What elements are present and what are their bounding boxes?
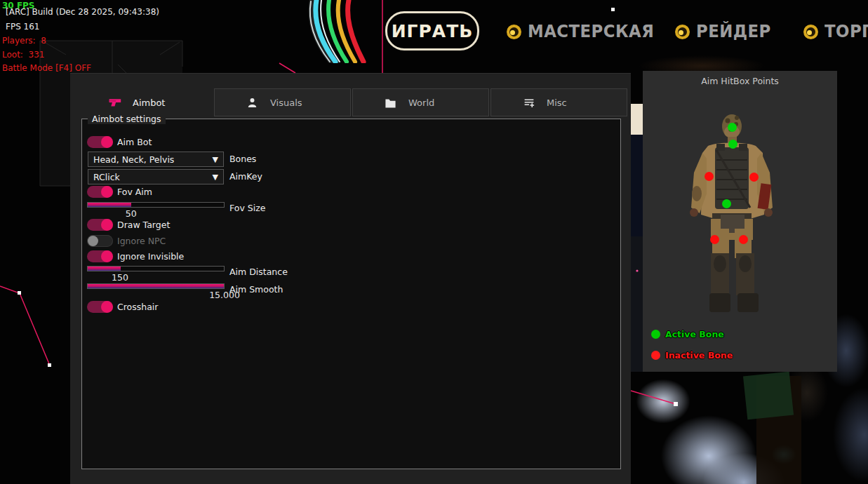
aim-distance-slider[interactable]: 150 (87, 266, 225, 271)
tab-label: Aimbot (133, 98, 165, 108)
bones-select[interactable]: Head, Neck, Pelvis ▼ (88, 152, 224, 167)
fov-size-label: Fov Size (229, 203, 265, 213)
cheat-menu-panel: Aimbot Visuals World Misc Aimbot setting… (70, 73, 631, 484)
slider-fill (88, 203, 131, 207)
tab-misc[interactable]: Misc (490, 88, 627, 116)
aim-smooth-label: Aim Smooth (229, 284, 283, 295)
slider-fill (88, 284, 224, 288)
ignore-npc-row: Ignore NPC (70, 235, 631, 250)
fov-aim-label: Fov Aim (117, 187, 152, 197)
crosshair-row: Crosshair (70, 301, 631, 316)
toggle-knob (88, 236, 98, 246)
tab-world[interactable]: World (352, 88, 489, 116)
active-bone-dot-icon (651, 330, 660, 339)
aim-hitbox-panel: Aim HitBox Points (643, 71, 837, 372)
rainbow-trail-decoration (300, 0, 385, 63)
menu-item-label: МАСТЕРСКАЯ (528, 22, 654, 41)
toggle-knob (101, 250, 113, 262)
pistol-icon (108, 96, 121, 109)
right-arm-hitbox-dot (749, 173, 759, 182)
aimkey-row: RClick ▼ AimKey (70, 169, 631, 184)
hud-fps: FPS 161 (6, 22, 39, 32)
aim-bot-label: Aim Bot (117, 137, 152, 147)
ignore-npc-label: Ignore NPC (117, 236, 166, 246)
tab-visuals[interactable]: Visuals (214, 88, 351, 116)
ignore-npc-toggle[interactable] (87, 235, 113, 247)
menu-item-workshop[interactable]: МАСТЕРСКАЯ (507, 22, 661, 41)
fov-size-value: 50 (126, 208, 137, 219)
pelvis-hitbox-dot (722, 199, 731, 208)
draw-target-row: Draw Target (70, 219, 631, 234)
hud-players: Players: 8 (2, 36, 46, 46)
hud-battle-mode: Battle Mode [F4] OFF (2, 63, 91, 73)
tab-label: Misc (547, 98, 567, 108)
legend-inactive-bone: Inactive Bone (651, 350, 733, 361)
slider-fill (88, 267, 121, 271)
hud-build-info: [ARC] Build (Dec 28 2025, 09:43:38) (6, 7, 159, 17)
right-thigh-hitbox-dot (739, 235, 748, 244)
ignore-invisible-label: Ignore Invisible (117, 251, 184, 262)
play-button[interactable]: ИГРАТЬ (385, 11, 479, 51)
draw-target-toggle[interactable] (87, 219, 113, 231)
crosshair-label: Crosshair (117, 302, 158, 312)
group-title: Aimbot settings (88, 114, 166, 124)
head-hitbox-dot (728, 123, 737, 132)
aim-bot-row: Aim Bot (70, 136, 631, 152)
chevron-down-icon: ▼ (213, 155, 218, 164)
tab-label: Visuals (270, 98, 302, 108)
aim-distance-value: 150 (112, 272, 128, 283)
folder-icon (384, 96, 397, 109)
aim-distance-label: Aim Distance (229, 267, 288, 277)
menu-item-label: РЕЙДЕР (696, 22, 771, 41)
menu-item-trader[interactable]: ТОРГО (803, 22, 868, 41)
toggle-knob (101, 186, 113, 198)
ignore-invisible-toggle[interactable] (87, 250, 113, 262)
play-button-label: ИГРАТЬ (392, 21, 474, 41)
aim-bot-toggle[interactable] (87, 136, 113, 148)
aimkey-selected-value: RClick (93, 172, 120, 182)
legend-label: Active Bone (665, 329, 724, 340)
left-arm-hitbox-dot (705, 172, 714, 181)
coin-icon (803, 25, 818, 39)
playlist-add-icon (522, 96, 535, 109)
toggle-knob (101, 301, 113, 313)
legend-label: Inactive Bone (665, 350, 733, 361)
person-icon (246, 96, 259, 109)
chevron-down-icon: ▼ (213, 173, 218, 182)
coin-icon (507, 25, 521, 39)
fov-aim-toggle[interactable] (87, 186, 113, 198)
neck-hitbox-dot (728, 140, 737, 149)
tab-label: World (408, 98, 434, 108)
tab-aimbot[interactable]: Aimbot (77, 88, 213, 116)
aimkey-label: AimKey (229, 171, 262, 182)
coin-icon (675, 25, 690, 39)
toggle-knob (101, 136, 113, 148)
ignore-invisible-row: Ignore Invisible (70, 250, 631, 266)
aim-smooth-slider[interactable]: 15.000 (87, 283, 225, 289)
crosshair-toggle[interactable] (87, 301, 113, 313)
fov-aim-row: Fov Aim (70, 186, 631, 201)
draw-target-label: Draw Target (117, 220, 170, 230)
menu-item-label: ТОРГО (824, 22, 868, 41)
hud-loot: Loot: 331 (2, 50, 44, 60)
bones-row: Head, Neck, Pelvis ▼ Bones (70, 152, 631, 167)
slider-track (87, 266, 225, 271)
hitbox-panel-title: Aim HitBox Points (643, 76, 837, 86)
bones-label: Bones (229, 154, 256, 164)
inactive-bone-dot-icon (651, 351, 660, 360)
left-thigh-hitbox-dot (710, 235, 719, 244)
screen-marker-dot (611, 8, 615, 11)
slider-track (87, 202, 225, 208)
toggle-knob (101, 219, 113, 231)
bones-selected-value: Head, Neck, Pelvis (93, 154, 174, 165)
fov-size-slider[interactable]: 50 (87, 202, 225, 208)
menu-item-raider[interactable]: РЕЙДЕР (675, 22, 775, 41)
aimkey-select[interactable]: RClick ▼ (88, 169, 224, 184)
legend-active-bone: Active Bone (651, 329, 724, 340)
slider-track (87, 283, 225, 289)
